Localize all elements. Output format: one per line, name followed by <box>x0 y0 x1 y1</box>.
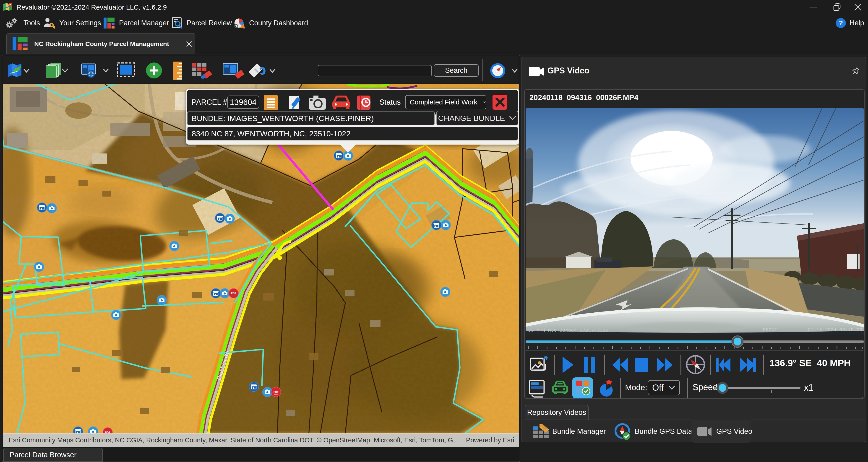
svg-text:?: ? <box>839 19 843 27</box>
svg-text:39 MPH N36.384684 W79.743319: 39 MPH N36.384684 W79.743319 <box>528 328 609 333</box>
svg-text:01-18-2024 09:45:09: 01-18-2024 09:45:09 <box>808 327 862 332</box>
svg-text:FRONT: FRONT <box>763 327 777 332</box>
